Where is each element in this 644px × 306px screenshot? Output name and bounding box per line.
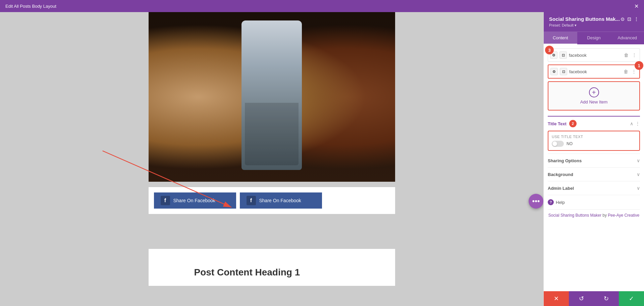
step3-badge: 3 — [545, 46, 554, 54]
panel-title-text: Social Sharing Buttons Mak... — [549, 16, 620, 22]
bottom-action-bar: ✕ ↺ ↻ ✓ — [544, 291, 644, 306]
duplicate-icon-2[interactable]: ⊡ — [560, 68, 567, 75]
use-title-text-label: Use Title Text — [552, 135, 636, 139]
panel-tabs: Content Design Advanced — [544, 32, 644, 44]
footer-links: Social Sharing Buttons Maker by Pee-Aye … — [548, 209, 640, 223]
bag-crease — [245, 103, 299, 166]
coffee-bag — [241, 20, 302, 170]
redo-button[interactable]: ↻ — [594, 291, 619, 306]
title-text-label: Title Text — [548, 121, 567, 126]
use-title-text-toggle[interactable] — [552, 141, 564, 147]
sharing-options-section[interactable]: Sharing Options ∨ — [548, 154, 640, 167]
more-icon[interactable]: ⋮ — [634, 16, 639, 22]
use-title-text-toggle-row: NO — [552, 141, 636, 147]
title-text-content: Use Title Text NO — [548, 131, 640, 151]
share-button-2[interactable]: f Share On Facebook — [240, 192, 322, 209]
help-section: ? Help — [548, 195, 640, 209]
step1-badge-container: ⚙ ⊡ facebook 🗑 ⋮ 1 — [548, 64, 640, 79]
background-section[interactable]: Background ∨ — [548, 167, 640, 181]
undo-button[interactable]: ↺ — [569, 291, 594, 306]
tab-content[interactable]: Content — [544, 32, 577, 44]
panel-header: Social Sharing Buttons Mak... ⊙ ⊡ ⋮ Pres… — [544, 12, 644, 32]
panel-body: 3 ⚙ ⊡ facebook 🗑 ⋮ ⚙ ⊡ fac — [544, 44, 644, 291]
item-row-1-actions: 🗑 ⋮ — [623, 52, 638, 58]
post-content-heading: Post Content Heading 1 — [194, 267, 390, 278]
add-new-item-box[interactable]: + Add New Item — [548, 81, 640, 111]
item-row-2-actions: 🗑 ⋮ — [623, 68, 637, 75]
delete-icon-2[interactable]: 🗑 — [623, 68, 629, 75]
panel-title-icons: ⊙ ⊡ ⋮ — [621, 16, 639, 22]
cancel-button[interactable]: ✕ — [544, 291, 569, 306]
post-content-area: Post Content Heading 1 — [149, 249, 395, 286]
expand-icon[interactable]: ⊡ — [627, 16, 631, 22]
toggle-value-label: NO — [567, 141, 573, 146]
canvas-image-area: f Share On Facebook f Share On Facebook … — [0, 12, 543, 306]
item-row-2: ⚙ ⊡ facebook 🗑 ⋮ — [548, 64, 640, 79]
hero-image — [149, 12, 395, 182]
toggle-knob — [552, 141, 557, 146]
main-layout: f Share On Facebook f Share On Facebook … — [0, 12, 644, 306]
add-new-item-label: Add New Item — [580, 99, 608, 104]
item-row-2-label: facebook — [569, 69, 621, 74]
admin-label-chevron[interactable]: ∨ — [637, 185, 640, 191]
gear-icon-2[interactable]: ⚙ — [550, 68, 558, 75]
share-button-1-label: Share On Facebook — [173, 198, 215, 203]
more-icon-2[interactable]: ⋮ — [631, 68, 637, 75]
add-new-item-plus-icon: + — [589, 87, 599, 97]
item-row-1-label: facebook — [569, 53, 621, 58]
close-button[interactable]: ✕ — [634, 3, 639, 9]
sharing-options-chevron[interactable]: ∨ — [637, 158, 640, 163]
title-text-chevron-up[interactable]: ∧ — [630, 121, 633, 126]
more-icon-1[interactable]: ⋮ — [631, 52, 638, 58]
canvas-area: f Share On Facebook f Share On Facebook … — [0, 12, 543, 306]
share-buttons-section: f Share On Facebook f Share On Facebook — [149, 187, 395, 214]
admin-label-text: Admin Label — [548, 186, 574, 191]
background-label: Background — [548, 172, 573, 177]
fab-button[interactable]: ••• — [529, 194, 543, 209]
panel-preset[interactable]: Preset: Default ▾ — [549, 23, 639, 28]
background-chevron[interactable]: ∨ — [637, 172, 640, 177]
footer-link-2[interactable]: Pee-Aye Creative — [608, 213, 639, 218]
item-row-1: ⚙ ⊡ facebook 🗑 ⋮ — [548, 48, 640, 62]
title-text-more[interactable]: ⋮ — [635, 121, 640, 126]
share-button-2-label: Share On Facebook — [259, 198, 301, 203]
share-button-1[interactable]: f Share On Facebook — [154, 192, 236, 209]
facebook-icon-2: f — [247, 196, 256, 205]
right-panel: Social Sharing Buttons Mak... ⊙ ⊡ ⋮ Pres… — [543, 12, 644, 306]
step3-badge-container: 3 ⚙ ⊡ facebook 🗑 ⋮ — [548, 48, 640, 62]
step1-badge: 1 — [635, 61, 643, 70]
admin-label-section[interactable]: Admin Label ∨ — [548, 181, 640, 195]
footer-link-1[interactable]: Social Sharing Buttons Maker — [548, 213, 601, 218]
tab-advanced[interactable]: Advanced — [610, 32, 644, 44]
duplicate-icon-1[interactable]: ⊡ — [559, 51, 567, 59]
tab-design[interactable]: Design — [577, 32, 611, 44]
sharing-options-label: Sharing Options — [548, 158, 582, 163]
save-button[interactable]: ✓ — [619, 291, 644, 306]
footer-by-text: by — [602, 213, 608, 218]
sync-icon[interactable]: ⊙ — [621, 16, 625, 22]
delete-icon-1[interactable]: 🗑 — [623, 52, 630, 58]
top-bar: Edit All Posts Body Layout ✕ — [0, 0, 644, 12]
help-icon[interactable]: ? — [548, 199, 554, 205]
top-bar-title: Edit All Posts Body Layout — [5, 4, 56, 9]
step2-badge: 2 — [569, 120, 577, 127]
panel-title-row: Social Sharing Buttons Mak... ⊙ ⊡ ⋮ — [549, 16, 639, 22]
facebook-icon-1: f — [161, 196, 170, 205]
title-text-section-header[interactable]: Title Text 2 ∧ ⋮ — [548, 116, 640, 131]
photo-background — [149, 12, 395, 182]
title-text-section: Title Text 2 ∧ ⋮ Use Title Text — [548, 116, 640, 151]
help-label: Help — [556, 200, 565, 205]
